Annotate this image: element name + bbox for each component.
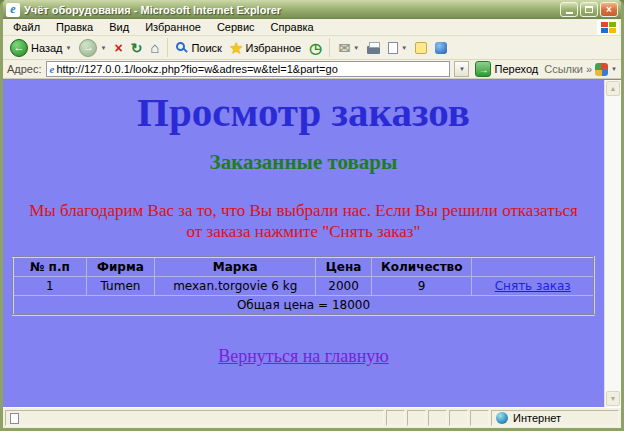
menu-favorites[interactable]: Избранное xyxy=(137,20,209,34)
address-favicon: e xyxy=(48,63,55,75)
address-bar: Адрес: e ▼ → Переход Ссылки » ▼ xyxy=(3,60,621,79)
back-dropdown-icon[interactable]: ▼ xyxy=(66,45,72,51)
go-icon: → xyxy=(475,61,491,77)
back-label: Назад xyxy=(31,42,63,54)
page-subtitle: Заказанные товары xyxy=(3,150,604,175)
cancel-order-link[interactable]: Снять заказ xyxy=(495,279,571,293)
edit-dropdown-icon[interactable]: ▼ xyxy=(401,45,407,51)
refresh-button[interactable]: ↻ xyxy=(128,40,146,56)
ie-icon: e xyxy=(6,3,20,17)
security-zone-pane: Интернет xyxy=(491,410,619,426)
forward-dropdown-icon[interactable]: ▼ xyxy=(100,45,106,51)
toolbar-separator xyxy=(329,38,330,57)
mail-dropdown-icon[interactable]: ▼ xyxy=(353,45,359,51)
toolbar: ← Назад ▼ → ▼ × ↻ ⌂ Поиск ★ Избранное ◷ xyxy=(3,36,621,60)
minimize-button[interactable] xyxy=(560,2,578,17)
menu-view[interactable]: Вид xyxy=(101,20,137,34)
cell-firm: Tumen xyxy=(86,276,155,295)
edit-button[interactable]: ▼ xyxy=(385,41,410,55)
search-icon xyxy=(176,42,185,51)
col-price: Цена xyxy=(316,257,372,277)
menu-tools[interactable]: Сервис xyxy=(209,20,263,34)
address-dropdown-button[interactable]: ▼ xyxy=(454,61,469,77)
favorites-star-icon: ★ xyxy=(230,41,243,55)
zone-label: Интернет xyxy=(513,412,561,424)
menu-bar: Файл Правка Вид Избранное Сервис Справка xyxy=(3,19,621,36)
favorites-label: Избранное xyxy=(245,42,301,54)
internet-globe-icon xyxy=(496,412,508,424)
forward-icon: → xyxy=(79,39,97,57)
messenger-icon xyxy=(435,42,447,54)
history-icon: ◷ xyxy=(309,41,321,55)
table-row: 1 Tumen mexan.torgovie 6 kg 2000 9 Снять… xyxy=(13,276,594,295)
back-icon: ← xyxy=(10,39,28,57)
col-action xyxy=(472,257,594,277)
search-label: Поиск xyxy=(191,42,221,54)
print-icon xyxy=(367,46,380,54)
messenger-button[interactable] xyxy=(432,41,450,55)
go-button[interactable]: → Переход xyxy=(473,61,540,77)
addon-dropdown-icon[interactable]: ▼ xyxy=(611,66,617,72)
notice-text: Мы благодарим Вас за то, что Вы выбрали … xyxy=(24,200,583,243)
stop-icon: × xyxy=(114,41,122,55)
history-button[interactable]: ◷ xyxy=(306,40,324,56)
scrollbar-track[interactable] xyxy=(605,97,621,390)
address-input-wrap: e xyxy=(46,61,451,77)
window-title: Учёт оборудования - Microsoft Internet E… xyxy=(24,4,556,16)
browser-window: e Учёт оборудования - Microsoft Internet… xyxy=(0,0,624,431)
status-pane xyxy=(428,410,447,426)
forward-button[interactable]: → ▼ xyxy=(76,38,109,58)
total-price: Общая цена = 18000 xyxy=(13,295,594,315)
address-input[interactable] xyxy=(56,63,448,75)
browser-viewport: Просмотр заказов Заказанные товары Мы бл… xyxy=(3,79,621,407)
home-button[interactable]: ⌂ xyxy=(147,39,162,56)
stop-button[interactable]: × xyxy=(111,40,125,56)
cell-quantity: 9 xyxy=(371,276,472,295)
links-bar[interactable]: Ссылки » ▼ xyxy=(544,63,617,76)
status-pane xyxy=(470,410,489,426)
mail-button[interactable]: ✉ ▼ xyxy=(335,40,362,56)
web-page: Просмотр заказов Заказанные товары Мы бл… xyxy=(3,80,604,407)
table-header-row: № п.п Фирма Марка Цена Количество xyxy=(13,257,594,277)
links-label: Ссылки xyxy=(544,63,583,75)
vertical-scrollbar[interactable]: ▲ ▼ xyxy=(604,80,621,407)
address-label: Адрес: xyxy=(7,63,42,75)
col-quantity: Количество xyxy=(371,257,472,277)
address-dropdown-icon: ▼ xyxy=(459,66,465,72)
restore-button[interactable] xyxy=(580,2,598,17)
edit-page-icon xyxy=(388,42,398,54)
col-number: № п.п xyxy=(13,257,86,277)
home-icon: ⌂ xyxy=(150,40,159,55)
status-main-pane xyxy=(5,410,384,426)
discuss-button[interactable] xyxy=(412,41,430,55)
addon-icon[interactable] xyxy=(595,63,608,76)
window-controls: × xyxy=(560,2,618,17)
windows-logo-icon xyxy=(597,20,619,35)
go-label: Переход xyxy=(494,63,538,75)
links-overflow-icon[interactable]: » xyxy=(586,63,592,75)
scroll-down-icon[interactable]: ▼ xyxy=(606,391,620,406)
cell-model: mexan.torgovie 6 kg xyxy=(155,276,316,295)
mail-icon: ✉ xyxy=(338,41,350,55)
discuss-icon xyxy=(415,42,427,54)
back-to-main-link[interactable]: Вернуться на главную xyxy=(218,346,389,367)
title-bar: e Учёт оборудования - Microsoft Internet… xyxy=(3,0,621,19)
document-icon xyxy=(10,413,19,424)
refresh-icon: ↻ xyxy=(131,41,143,55)
minimize-icon xyxy=(566,12,573,14)
col-model: Марка xyxy=(155,257,316,277)
restore-icon xyxy=(585,6,593,13)
print-button[interactable] xyxy=(364,41,383,55)
cell-price: 2000 xyxy=(316,276,372,295)
menu-file[interactable]: Файл xyxy=(5,20,48,34)
menu-help[interactable]: Справка xyxy=(263,20,322,34)
favorites-button[interactable]: ★ Избранное xyxy=(227,40,304,56)
orders-table: № п.п Фирма Марка Цена Количество 1 Tume… xyxy=(12,256,595,316)
toolbar-separator xyxy=(167,38,168,57)
close-button[interactable]: × xyxy=(600,2,618,17)
back-button[interactable]: ← Назад ▼ xyxy=(7,38,74,58)
scroll-up-icon[interactable]: ▲ xyxy=(606,81,620,96)
search-button[interactable]: Поиск xyxy=(173,41,224,55)
menu-edit[interactable]: Правка xyxy=(48,20,101,34)
page-title: Просмотр заказов xyxy=(3,88,604,137)
